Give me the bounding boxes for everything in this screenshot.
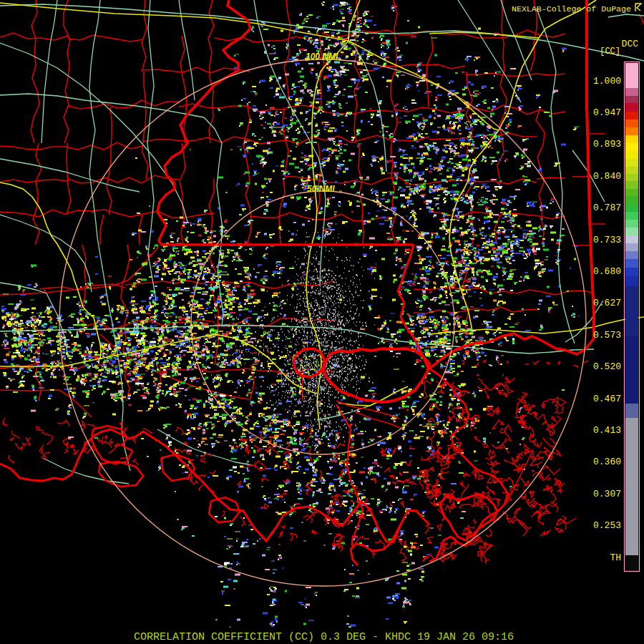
svg-text:0.573: 0.573 (593, 330, 621, 341)
svg-text:0.627: 0.627 (593, 298, 621, 308)
svg-text:100 NMI: 100 NMI (306, 52, 338, 62)
svg-text:0.680: 0.680 (593, 266, 621, 277)
svg-text:0.467: 0.467 (593, 394, 621, 404)
svg-text:TH: TH (610, 552, 621, 563)
svg-text:0.840: 0.840 (593, 171, 621, 182)
svg-text:0.413: 0.413 (593, 425, 621, 436)
svg-text:50 NMI: 50 NMI (307, 184, 335, 194)
svg-text:DCC: DCC (622, 39, 639, 49)
svg-text:CORRELATION COEFFICIENT (CC) 0: CORRELATION COEFFICIENT (CC) 0.3 DEG - K… (134, 631, 514, 643)
svg-text:0.520: 0.520 (593, 361, 621, 372)
svg-text:0.733: 0.733 (593, 235, 621, 245)
svg-text:[CC]: [CC] (600, 47, 620, 57)
svg-text:0.787: 0.787 (593, 203, 621, 213)
svg-text:0.307: 0.307 (593, 489, 621, 499)
svg-text:1.000: 1.000 (593, 76, 621, 87)
svg-text:0.893: 0.893 (593, 139, 621, 150)
svg-text:0.360: 0.360 (593, 457, 621, 467)
svg-text:0.947: 0.947 (593, 107, 621, 118)
svg-text:0.253: 0.253 (593, 520, 621, 531)
svg-text:NEXLAB-College of DuPage: NEXLAB-College of DuPage (512, 4, 631, 14)
